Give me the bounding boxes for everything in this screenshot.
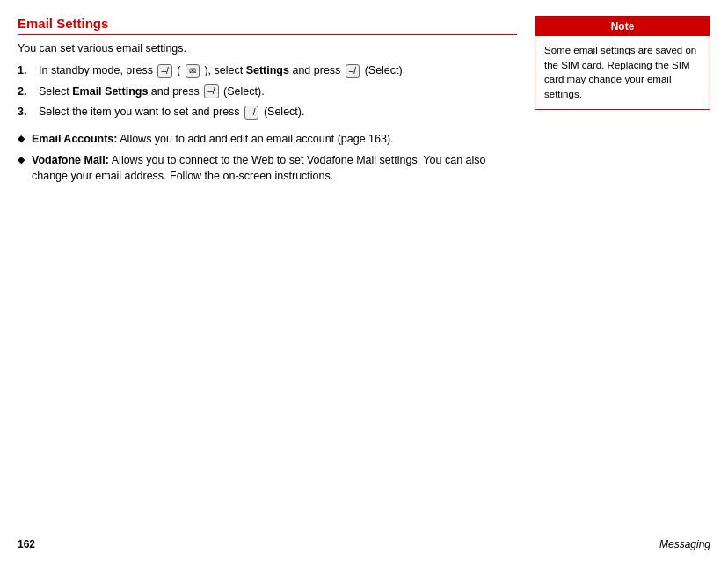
step-1-paren-open: ( [177,64,180,76]
step-3: 3. Select the item you want to set and p… [18,105,517,120]
message-icon: ✉ [186,64,200,78]
bullet-1-text: Email Accounts: Allows you to add and ed… [32,131,517,147]
bullet-1-label: Email Accounts: [32,133,117,145]
step-1-paren-end: (Select). [365,64,406,76]
step-1: 1. In standby mode, press –/ ( ✉ ), sele… [18,63,517,79]
step-2-content: Select Email Settings and press –/ (Sele… [39,84,517,100]
page-title: Email Settings [18,16,517,35]
bullet-2-label: Vodafone Mail: [32,154,109,166]
step-3-number: 3. [18,105,35,120]
step-1-bold: Settings [246,64,289,76]
steps-list: 1. In standby mode, press –/ ( ✉ ), sele… [18,63,517,120]
bullet-2-text: Vodafone Mail: Allows you to connect to … [32,152,517,184]
note-header: Note [535,17,710,36]
bullet-item-2: ◆ Vodafone Mail: Allows you to connect t… [18,152,517,184]
page-container: Email Settings You can set various email… [0,0,728,561]
bullet-diamond-2: ◆ [18,153,26,167]
step-1-paren-close: ), select [204,64,243,76]
step-2-bold: Email Settings [72,85,151,98]
step-2: 2. Select Email Settings and press –/ (S… [18,84,517,100]
step-1-text-mid: and press [292,64,343,76]
button-icon-3: –/ [244,106,258,120]
footer-page-number: 162 [18,538,35,550]
step-1-number: 1. [18,63,35,79]
button-icon-2: –/ [204,84,218,98]
step-2-paren-end: (Select). [223,85,265,98]
note-box: Note Some email settings are saved on th… [535,16,710,110]
button-icon-1a: –/ [157,64,171,78]
step-1-text-before: In standby mode, press [39,64,153,76]
bullet-list: ◆ Email Accounts: Allows you to add and … [18,131,517,184]
step-1-content: In standby mode, press –/ ( ✉ ), select … [39,63,517,79]
step-2-text-before: Select [39,85,69,98]
step-2-text-mid: and press [151,85,200,98]
step-3-text-before: Select the item you want to set and pres… [39,106,240,118]
bullet-item-1: ◆ Email Accounts: Allows you to add and … [18,131,517,147]
button-icon-1b: –/ [346,64,360,78]
page-footer: 162 Messaging [18,538,710,550]
footer-section: Messaging [659,538,710,550]
step-3-paren-end: (Select). [264,106,305,118]
step-2-number: 2. [18,84,35,100]
intro-text: You can set various email settings. [18,42,517,55]
bullet-diamond-1: ◆ [18,132,26,146]
step-3-content: Select the item you want to set and pres… [39,105,517,120]
note-body: Some email settings are saved on the SIM… [535,36,710,109]
